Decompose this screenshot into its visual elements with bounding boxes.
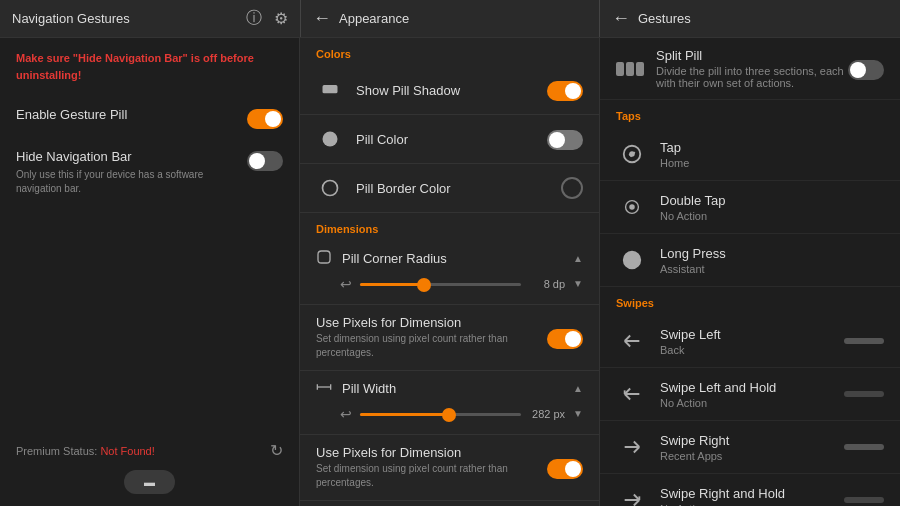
corner-radius-value: 8 dp <box>529 278 565 290</box>
pill-width-undo[interactable]: ↩ <box>340 406 352 422</box>
corner-radius-icon <box>316 249 332 268</box>
right-panel-header: ← Gestures <box>600 0 900 37</box>
tap-label: Tap <box>660 140 689 155</box>
use-pixels-2-sublabel: Set dimension using pixel count rather t… <box>316 462 516 490</box>
middle-back-arrow[interactable]: ← <box>313 8 331 29</box>
gear-icon[interactable]: ⚙ <box>274 9 288 28</box>
swipe-left-row[interactable]: Swipe Left Back <box>600 315 900 368</box>
corner-radius-track[interactable] <box>360 283 521 286</box>
pill-width-chevron-up[interactable]: ▲ <box>573 384 583 394</box>
pill-width-chevron-down[interactable]: ▼ <box>573 409 583 419</box>
swipe-right-pill <box>844 444 884 450</box>
use-pixels-1-toggle[interactable] <box>547 329 583 349</box>
svg-rect-3 <box>318 251 330 263</box>
header-icons: ⓘ ⚙ <box>246 8 288 29</box>
tap-icon <box>616 138 648 170</box>
refresh-icon[interactable]: ↻ <box>270 441 283 460</box>
info-icon[interactable]: ⓘ <box>246 8 262 29</box>
long-press-icon <box>616 244 648 276</box>
svg-point-2 <box>323 181 338 196</box>
swipe-left-hold-pill <box>844 391 884 397</box>
right-back-arrow[interactable]: ← <box>612 8 630 29</box>
tap-row[interactable]: Tap Home <box>600 128 900 181</box>
pill-width-value: 282 px <box>529 408 565 420</box>
middle-panel-header: ← Appearance <box>300 0 600 37</box>
swipe-right-label: Swipe Right <box>660 433 729 448</box>
swipe-right-icon <box>616 431 648 463</box>
hide-navigation-bar-row: Hide Navigation Bar Only use this if you… <box>16 149 283 196</box>
svg-rect-0 <box>323 85 338 93</box>
swipe-left-hold-action: No Action <box>660 397 776 409</box>
enable-gesture-pill-toggle[interactable] <box>247 109 283 129</box>
bottom-status: Premium Status: Not Found! ↻ <box>16 429 283 460</box>
right-panel: Split Pill Divide the pill into three se… <box>600 38 900 506</box>
double-tap-action: No Action <box>660 210 726 222</box>
swipe-right-hold-label: Swipe Right and Hold <box>660 486 785 501</box>
swipe-right-row[interactable]: Swipe Right Recent Apps <box>600 421 900 474</box>
svg-point-10 <box>629 151 635 157</box>
pill-button[interactable]: ▬ <box>124 470 175 494</box>
split-pill-icon <box>616 53 644 85</box>
hide-nav-bar-sublabel: Only use this if your device has a softw… <box>16 168 236 196</box>
pill-color-row: Pill Color <box>300 115 599 164</box>
swipe-right-hold-action: No Action <box>660 503 785 507</box>
left-panel-title: Navigation Gestures <box>12 11 130 26</box>
swipe-left-hold-row[interactable]: Swipe Left and Hold No Action <box>600 368 900 421</box>
pill-width-icon <box>316 379 332 398</box>
swipe-right-hold-pill <box>844 497 884 503</box>
hide-nav-bar-label: Hide Navigation Bar <box>16 149 236 164</box>
top-header: Navigation Gestures ⓘ ⚙ ← Appearance ← G… <box>0 0 900 38</box>
swipes-label: Swipes <box>600 287 900 315</box>
pill-width-track[interactable] <box>360 413 521 416</box>
show-pill-shadow-label: Show Pill Shadow <box>356 83 460 98</box>
swipe-right-hold-row[interactable]: Swipe Right and Hold No Action <box>600 474 900 506</box>
swipe-left-action: Back <box>660 344 721 356</box>
main-content: Make sure "Hide Navigation Bar" is off b… <box>0 38 900 506</box>
long-press-action: Assistant <box>660 263 726 275</box>
pill-corner-radius-section: Pill Corner Radius ▲ ↩ 8 dp ▼ <box>300 241 599 305</box>
split-pill-toggle[interactable] <box>848 60 884 80</box>
pill-border-color-row: Pill Border Color <box>300 164 599 213</box>
pill-border-toggle[interactable] <box>561 177 583 199</box>
use-pixels-2-toggle[interactable] <box>547 459 583 479</box>
premium-status-value: Not Found! <box>100 445 154 457</box>
svg-point-15 <box>631 263 633 265</box>
swipe-left-icon <box>616 325 648 357</box>
swipe-left-hold-icon <box>616 378 648 410</box>
swipe-right-hold-icon <box>616 484 648 506</box>
svg-point-1 <box>323 132 338 147</box>
swipe-right-action: Recent Apps <box>660 450 729 462</box>
corner-radius-chevron-down[interactable]: ▼ <box>573 279 583 289</box>
corner-radius-label: Pill Corner Radius <box>342 251 447 266</box>
enable-gesture-pill-label: Enable Gesture Pill <box>16 107 127 122</box>
pill-color-toggle[interactable] <box>547 130 583 150</box>
swipe-left-hold-label: Swipe Left and Hold <box>660 380 776 395</box>
use-pixels-2-row: Use Pixels for Dimension Set dimension u… <box>300 435 599 501</box>
long-press-row[interactable]: Long Press Assistant <box>600 234 900 287</box>
dimensions-label: Dimensions <box>300 213 599 241</box>
middle-panel: Colors Show Pill Shadow Pill Color <box>300 38 600 506</box>
corner-radius-chevron-up[interactable]: ▲ <box>573 254 583 264</box>
premium-status-label: Premium Status: <box>16 445 97 457</box>
enable-gesture-pill-row: Enable Gesture Pill <box>16 107 283 129</box>
hide-nav-bar-toggle[interactable] <box>247 151 283 171</box>
pill-width-label: Pill Width <box>342 381 396 396</box>
pill-border-color-label: Pill Border Color <box>356 181 451 196</box>
left-panel: Make sure "Hide Navigation Bar" is off b… <box>0 38 300 506</box>
corner-radius-undo[interactable]: ↩ <box>340 276 352 292</box>
pill-color-label: Pill Color <box>356 132 408 147</box>
long-press-label: Long Press <box>660 246 726 261</box>
double-tap-row[interactable]: Double Tap No Action <box>600 181 900 234</box>
pill-color-icon <box>316 125 344 153</box>
pill-height-section: Pill Height <box>300 501 599 506</box>
pill-width-section: Pill Width ▲ ↩ 282 px ▼ <box>300 371 599 435</box>
use-pixels-1-row: Use Pixels for Dimension Set dimension u… <box>300 305 599 371</box>
middle-panel-title: Appearance <box>339 11 409 26</box>
split-pill-sublabel: Divide the pill into three sections, eac… <box>656 65 848 89</box>
taps-label: Taps <box>600 100 900 128</box>
swipe-left-pill <box>844 338 884 344</box>
svg-point-11 <box>629 204 635 210</box>
show-pill-shadow-row: Show Pill Shadow <box>300 66 599 115</box>
colors-label: Colors <box>300 38 599 66</box>
show-pill-shadow-toggle[interactable] <box>547 81 583 101</box>
